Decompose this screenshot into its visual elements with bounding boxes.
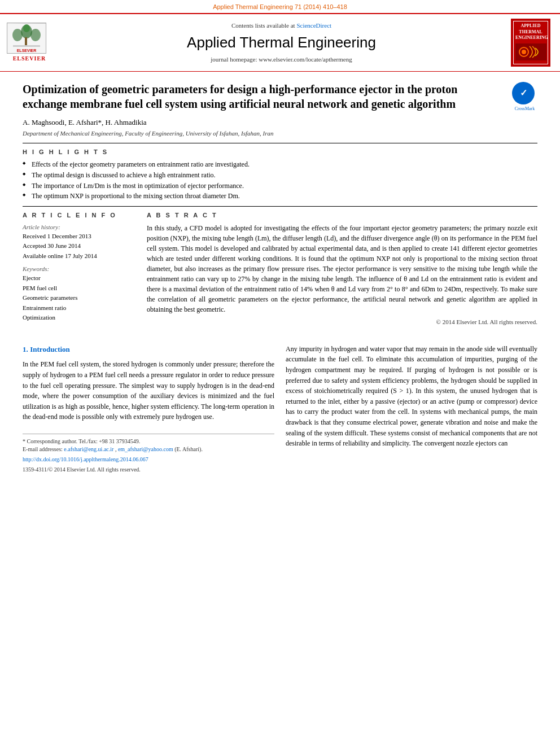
highlights-section: H I G H L I G H T S Effects of the eject… <box>23 148 537 202</box>
intro-left-text: In the PEM fuel cell system, the stored … <box>23 359 274 422</box>
crossmark-icon[interactable]: ✓ <box>512 82 535 104</box>
divider-2 <box>23 206 537 207</box>
main-content: Optimization of geometric parameters for… <box>0 72 560 485</box>
keywords-section: Keywords: Ejector PEM fuel cell Geometri… <box>23 265 135 322</box>
corresponding-author: * Corresponding author. Tel./fax: +98 31… <box>23 438 274 445</box>
journal-logo-graphic <box>515 43 546 62</box>
highlights-list: Effects of the ejector geometry paramete… <box>23 159 537 202</box>
footnote-area: * Corresponding author. Tel./fax: +98 31… <box>23 434 274 474</box>
keyword-item: Ejector <box>23 273 135 283</box>
article-info-label: A R T I C L E I N F O <box>23 211 135 220</box>
crossmark-area: ✓ CrossMark <box>512 82 537 112</box>
affiliation: Department of Mechanical Engineering, Fa… <box>23 129 537 138</box>
keyword-item: Entrainment ratio <box>23 303 135 313</box>
elsevier-image: ELSEVIER <box>7 23 46 54</box>
two-col-section: A R T I C L E I N F O Article history: R… <box>23 211 537 327</box>
keyword-item: Geometric parameters <box>23 293 135 303</box>
intro-right-col: Any impurity in hydrogen and water vapor… <box>286 344 537 474</box>
copyright: © 2014 Elsevier Ltd. All rights reserved… <box>147 318 537 326</box>
svg-text:ELSEVIER: ELSEVIER <box>17 49 37 53</box>
journal-logo-box: APPLIEDTHERMALENGINEERING <box>511 19 550 66</box>
svg-point-10 <box>522 50 526 54</box>
journal-logo-text: APPLIEDTHERMALENGINEERING <box>515 23 546 41</box>
abstract-text: In this study, a CFD model is adopted fo… <box>147 223 537 314</box>
issn-line: 1359-4311/© 2014 Elsevier Ltd. All right… <box>23 466 274 474</box>
journal-citation-bar: Applied Thermal Engineering 71 (2014) 41… <box>0 0 560 13</box>
article-history: Article history: Received 1 December 201… <box>23 223 135 260</box>
authors: A. Maghsoodi, E. Afshari*, H. Ahmadikia <box>23 117 537 128</box>
svg-rect-6 <box>13 45 40 47</box>
svg-text:✓: ✓ <box>520 88 527 98</box>
sciencedirect-line: Contents lists available at ScienceDirec… <box>58 21 505 30</box>
intro-heading: 1. Introduction <box>23 344 274 355</box>
highlight-item: Effects of the ejector geometry paramete… <box>23 159 537 170</box>
svg-rect-8 <box>515 43 546 60</box>
svg-rect-4 <box>25 37 27 46</box>
header-band: ELSEVIER ELSEVIER Contents lists availab… <box>0 13 560 71</box>
history-label: Article history: <box>23 223 135 231</box>
journal-title: Applied Thermal Engineering <box>58 32 505 53</box>
highlight-item: The optimum NXP is proportional to the m… <box>23 191 537 202</box>
sciencedirect-link[interactable]: ScienceDirect <box>296 22 331 29</box>
svg-point-5 <box>23 24 30 32</box>
introduction-section: 1. Introduction In the PEM fuel cell sys… <box>23 344 537 474</box>
journal-logo-right: APPLIEDTHERMALENGINEERING <box>511 19 553 66</box>
highlights-label: H I G H L I G H T S <box>23 148 537 156</box>
svg-point-3 <box>30 29 41 41</box>
crossmark-label: CrossMark <box>512 106 537 112</box>
abstract-label: A B S T R A C T <box>147 211 537 220</box>
article-title-section: Optimization of geometric parameters for… <box>23 82 537 112</box>
intro-heading-text: Introduction <box>30 345 70 353</box>
highlight-item: The optimal design is discussed to achie… <box>23 170 537 181</box>
header-center: Contents lists available at ScienceDirec… <box>58 21 505 64</box>
elsevier-text: ELSEVIER <box>7 55 52 63</box>
accepted-date: Accepted 30 June 2014 <box>23 242 135 250</box>
email-line: E-mail addresses: e.afshari@eng.ui.ac.ir… <box>23 445 274 453</box>
keywords-list: Ejector PEM fuel cell Geometric paramete… <box>23 273 135 322</box>
keyword-item: PEM fuel cell <box>23 283 135 293</box>
journal-citation: Applied Thermal Engineering 71 (2014) 41… <box>213 3 347 10</box>
email-link-2[interactable]: em_afshari@yahoo.com <box>118 446 173 452</box>
elsevier-logo-area: ELSEVIER ELSEVIER <box>7 23 52 63</box>
divider-1 <box>23 143 537 143</box>
email-link-1[interactable]: e.afshari@eng.ui.ac.ir <box>64 446 113 452</box>
article-info-col: A R T I C L E I N F O Article history: R… <box>23 211 135 327</box>
keywords-label: Keywords: <box>23 265 135 273</box>
abstract-section: A B S T R A C T In this study, a CFD mod… <box>147 211 537 327</box>
intro-left-col: 1. Introduction In the PEM fuel cell sys… <box>23 344 274 474</box>
intro-right-text: Any impurity in hydrogen and water vapor… <box>286 344 537 449</box>
highlight-item: The importance of Lm/Dm is the most in o… <box>23 181 537 191</box>
svg-point-2 <box>12 29 23 41</box>
email-suffix: (E. Afshari). <box>174 446 203 452</box>
doi-line: http://dx.doi.org/10.1016/j.applthermale… <box>23 456 274 464</box>
intro-two-col: 1. Introduction In the PEM fuel cell sys… <box>23 344 537 474</box>
received-date: Received 1 December 2013 <box>23 232 135 241</box>
keyword-item: Optimization <box>23 313 135 322</box>
doi-link[interactable]: http://dx.doi.org/10.1016/j.applthermale… <box>23 456 148 462</box>
journal-logo-inner: APPLIEDTHERMALENGINEERING <box>513 21 548 64</box>
journal-homepage: journal homepage: www.elsevier.com/locat… <box>58 55 505 64</box>
article-title: Optimization of geometric parameters for… <box>23 82 485 111</box>
available-date: Available online 17 July 2014 <box>23 252 135 260</box>
